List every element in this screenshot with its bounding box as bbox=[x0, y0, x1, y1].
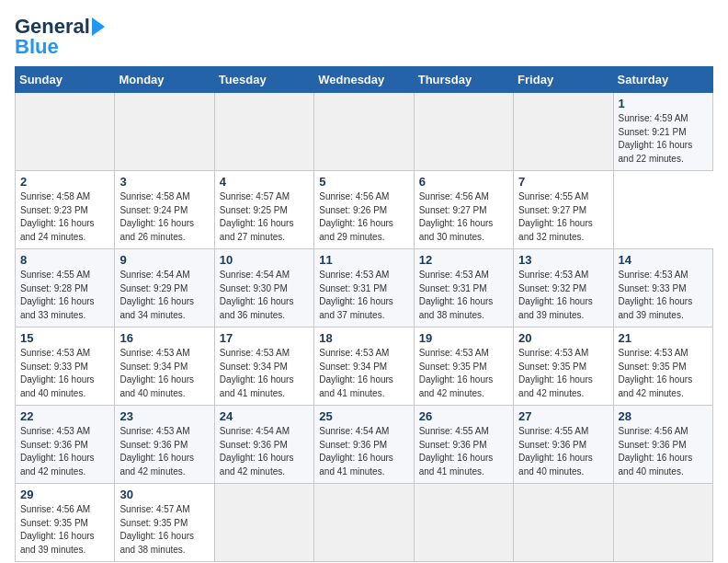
weekday-header: Tuesday bbox=[214, 67, 313, 93]
calendar-day: 18Sunrise: 4:53 AMSunset: 9:34 PMDayligh… bbox=[314, 327, 414, 406]
calendar-day: 29Sunrise: 4:56 AMSunset: 9:35 PMDayligh… bbox=[16, 484, 115, 562]
day-detail: Sunrise: 4:53 AMSunset: 9:33 PMDaylight:… bbox=[20, 348, 95, 398]
page-header: General Blue bbox=[15, 15, 713, 59]
empty-day bbox=[414, 484, 513, 562]
day-number: 3 bbox=[119, 175, 209, 189]
day-detail: Sunrise: 4:53 AMSunset: 9:33 PMDaylight:… bbox=[619, 270, 693, 320]
empty-day bbox=[214, 93, 313, 171]
day-detail: Sunrise: 4:53 AMSunset: 9:35 PMDaylight:… bbox=[518, 348, 593, 398]
calendar-day: 27Sunrise: 4:55 AMSunset: 9:36 PMDayligh… bbox=[514, 406, 613, 484]
calendar-day: 11Sunrise: 4:53 AMSunset: 9:31 PMDayligh… bbox=[314, 249, 414, 327]
logo-blue-text: Blue bbox=[15, 35, 59, 59]
day-detail: Sunrise: 4:55 AMSunset: 9:27 PMDaylight:… bbox=[518, 191, 593, 242]
calendar-day: 24Sunrise: 4:54 AMSunset: 9:36 PMDayligh… bbox=[214, 406, 313, 484]
calendar-day: 21Sunrise: 4:53 AMSunset: 9:35 PMDayligh… bbox=[613, 327, 712, 406]
calendar-day: 20Sunrise: 4:53 AMSunset: 9:35 PMDayligh… bbox=[514, 327, 613, 406]
day-detail: Sunrise: 4:57 AMSunset: 9:35 PMDaylight:… bbox=[119, 504, 194, 555]
day-number: 23 bbox=[119, 409, 209, 423]
day-number: 15 bbox=[20, 331, 109, 345]
empty-day bbox=[414, 93, 513, 171]
weekday-header: Monday bbox=[115, 67, 214, 93]
calendar-day: 2Sunrise: 4:58 AMSunset: 9:23 PMDaylight… bbox=[16, 171, 115, 249]
empty-day bbox=[514, 484, 613, 562]
calendar-day: 4Sunrise: 4:57 AMSunset: 9:25 PMDaylight… bbox=[214, 171, 313, 249]
calendar-day: 8Sunrise: 4:55 AMSunset: 9:28 PMDaylight… bbox=[16, 249, 115, 327]
day-detail: Sunrise: 4:59 AMSunset: 9:21 PMDaylight:… bbox=[619, 113, 693, 164]
calendar-day: 25Sunrise: 4:54 AMSunset: 9:36 PMDayligh… bbox=[314, 406, 414, 484]
calendar-day: 1Sunrise: 4:59 AMSunset: 9:21 PMDaylight… bbox=[613, 93, 712, 171]
calendar-day: 23Sunrise: 4:53 AMSunset: 9:36 PMDayligh… bbox=[115, 406, 214, 484]
day-detail: Sunrise: 4:53 AMSunset: 9:36 PMDaylight:… bbox=[20, 426, 95, 477]
calendar-day: 6Sunrise: 4:56 AMSunset: 9:27 PMDaylight… bbox=[414, 171, 513, 249]
day-detail: Sunrise: 4:54 AMSunset: 9:36 PMDaylight:… bbox=[220, 426, 294, 477]
day-number: 29 bbox=[20, 488, 109, 501]
calendar-day: 22Sunrise: 4:53 AMSunset: 9:36 PMDayligh… bbox=[16, 406, 115, 484]
day-detail: Sunrise: 4:56 AMSunset: 9:36 PMDaylight:… bbox=[619, 426, 693, 477]
logo-arrow-icon bbox=[92, 17, 105, 36]
calendar-day: 26Sunrise: 4:55 AMSunset: 9:36 PMDayligh… bbox=[414, 406, 513, 484]
day-number: 19 bbox=[419, 331, 508, 345]
day-number: 22 bbox=[20, 409, 109, 423]
calendar-day: 17Sunrise: 4:53 AMSunset: 9:34 PMDayligh… bbox=[214, 327, 313, 406]
empty-day bbox=[314, 93, 414, 171]
day-number: 24 bbox=[220, 409, 309, 423]
calendar-day: 16Sunrise: 4:53 AMSunset: 9:34 PMDayligh… bbox=[115, 327, 214, 406]
calendar-day: 5Sunrise: 4:56 AMSunset: 9:26 PMDaylight… bbox=[314, 171, 414, 249]
day-detail: Sunrise: 4:55 AMSunset: 9:36 PMDaylight:… bbox=[518, 426, 593, 477]
day-detail: Sunrise: 4:54 AMSunset: 9:30 PMDaylight:… bbox=[220, 270, 294, 320]
day-number: 25 bbox=[319, 409, 408, 423]
day-number: 21 bbox=[619, 331, 708, 345]
day-detail: Sunrise: 4:54 AMSunset: 9:36 PMDaylight:… bbox=[319, 426, 393, 477]
day-detail: Sunrise: 4:54 AMSunset: 9:29 PMDaylight:… bbox=[119, 270, 194, 320]
logo: General Blue bbox=[15, 15, 105, 59]
day-detail: Sunrise: 4:58 AMSunset: 9:23 PMDaylight:… bbox=[20, 191, 95, 242]
day-number: 8 bbox=[20, 253, 109, 267]
day-number: 9 bbox=[119, 253, 209, 267]
calendar-day: 28Sunrise: 4:56 AMSunset: 9:36 PMDayligh… bbox=[613, 406, 712, 484]
day-number: 1 bbox=[619, 97, 708, 110]
day-detail: Sunrise: 4:53 AMSunset: 9:34 PMDaylight:… bbox=[319, 348, 393, 398]
calendar-day: 12Sunrise: 4:53 AMSunset: 9:31 PMDayligh… bbox=[414, 249, 513, 327]
day-detail: Sunrise: 4:53 AMSunset: 9:36 PMDaylight:… bbox=[119, 426, 194, 477]
weekday-header: Thursday bbox=[414, 67, 513, 93]
calendar-day: 14Sunrise: 4:53 AMSunset: 9:33 PMDayligh… bbox=[613, 249, 712, 327]
day-number: 17 bbox=[220, 331, 309, 345]
day-number: 11 bbox=[319, 253, 408, 267]
day-number: 7 bbox=[518, 175, 608, 189]
day-detail: Sunrise: 4:53 AMSunset: 9:31 PMDaylight:… bbox=[419, 270, 494, 320]
day-detail: Sunrise: 4:55 AMSunset: 9:36 PMDaylight:… bbox=[419, 426, 494, 477]
day-detail: Sunrise: 4:53 AMSunset: 9:34 PMDaylight:… bbox=[220, 348, 294, 398]
empty-day bbox=[16, 93, 115, 171]
day-number: 30 bbox=[119, 488, 209, 501]
day-detail: Sunrise: 4:53 AMSunset: 9:31 PMDaylight:… bbox=[319, 270, 393, 320]
day-detail: Sunrise: 4:53 AMSunset: 9:34 PMDaylight:… bbox=[119, 348, 194, 398]
calendar-table: SundayMondayTuesdayWednesdayThursdayFrid… bbox=[15, 66, 713, 562]
weekday-header: Saturday bbox=[613, 67, 712, 93]
day-number: 27 bbox=[518, 409, 608, 423]
empty-day bbox=[115, 93, 214, 171]
day-detail: Sunrise: 4:56 AMSunset: 9:35 PMDaylight:… bbox=[20, 504, 95, 555]
day-number: 10 bbox=[220, 253, 309, 267]
day-number: 18 bbox=[319, 331, 408, 345]
day-detail: Sunrise: 4:57 AMSunset: 9:25 PMDaylight:… bbox=[220, 191, 294, 242]
day-number: 5 bbox=[319, 175, 408, 189]
empty-day bbox=[314, 484, 414, 562]
day-number: 14 bbox=[619, 253, 708, 267]
calendar-day: 30Sunrise: 4:57 AMSunset: 9:35 PMDayligh… bbox=[115, 484, 214, 562]
day-number: 26 bbox=[419, 409, 508, 423]
day-number: 16 bbox=[119, 331, 209, 345]
weekday-header: Friday bbox=[514, 67, 613, 93]
day-detail: Sunrise: 4:55 AMSunset: 9:28 PMDaylight:… bbox=[20, 270, 95, 320]
calendar-day: 9Sunrise: 4:54 AMSunset: 9:29 PMDaylight… bbox=[115, 249, 214, 327]
day-detail: Sunrise: 4:53 AMSunset: 9:35 PMDaylight:… bbox=[619, 348, 693, 398]
day-number: 20 bbox=[518, 331, 608, 345]
empty-day bbox=[613, 484, 712, 562]
calendar-day: 7Sunrise: 4:55 AMSunset: 9:27 PMDaylight… bbox=[514, 171, 613, 249]
day-number: 2 bbox=[20, 175, 109, 189]
day-detail: Sunrise: 4:58 AMSunset: 9:24 PMDaylight:… bbox=[119, 191, 194, 242]
calendar-day: 13Sunrise: 4:53 AMSunset: 9:32 PMDayligh… bbox=[514, 249, 613, 327]
calendar-day: 19Sunrise: 4:53 AMSunset: 9:35 PMDayligh… bbox=[414, 327, 513, 406]
day-detail: Sunrise: 4:53 AMSunset: 9:32 PMDaylight:… bbox=[518, 270, 593, 320]
day-number: 13 bbox=[518, 253, 608, 267]
day-number: 28 bbox=[619, 409, 708, 423]
